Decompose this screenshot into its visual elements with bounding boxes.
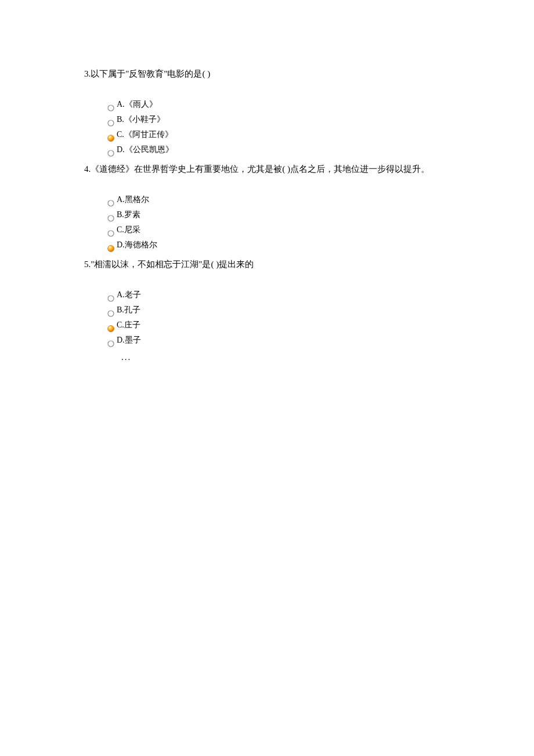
option-label: A.老子 xyxy=(117,287,141,303)
question-number: 5. xyxy=(84,260,91,269)
question-3: 3.以下属于"反智教育"电影的是( ) A.《雨人》 B.《小鞋子》 xyxy=(84,67,499,157)
radio-unselected-icon[interactable] xyxy=(107,307,114,314)
radio-unselected-icon[interactable] xyxy=(107,337,114,344)
options-group: A.老子 B.孔子 C.庄子 xyxy=(84,287,499,348)
radio-unselected-icon[interactable] xyxy=(107,116,114,123)
question-number: 4. xyxy=(84,164,91,174)
option-c[interactable]: C.《阿甘正传》 xyxy=(107,127,499,142)
radio-unselected-icon[interactable] xyxy=(107,226,114,233)
question-5: 5."相濡以沫，不如相忘于江湖"是( )提出来的 A.老子 B.孔子 xyxy=(84,257,499,348)
question-number: 3. xyxy=(84,69,91,78)
option-a[interactable]: A.《雨人》 xyxy=(107,97,499,112)
option-d[interactable]: D.海德格尔 xyxy=(107,237,499,253)
svg-point-5 xyxy=(108,200,114,206)
radio-unselected-icon[interactable] xyxy=(107,101,114,108)
option-label: A.黑格尔 xyxy=(117,192,149,207)
question-stem: "相濡以沫，不如相忘于江湖"是( )提出来的 xyxy=(91,260,254,269)
svg-point-8 xyxy=(108,246,114,252)
option-label: D.《公民凯恩》 xyxy=(117,142,174,157)
radio-unselected-icon[interactable] xyxy=(107,146,114,153)
question-text: 5."相濡以沫，不如相忘于江湖"是( )提出来的 xyxy=(84,257,499,271)
question-text: 4.《道德经》在世界哲学史上有重要地位，尤其是被( )点名之后，其地位进一步得以… xyxy=(84,162,499,176)
option-a[interactable]: A.老子 xyxy=(107,287,499,303)
option-c[interactable]: C.庄子 xyxy=(107,318,499,333)
svg-point-0 xyxy=(108,105,114,111)
question-stem: 以下属于"反智教育"电影的是( ) xyxy=(91,69,210,78)
option-label: C.庄子 xyxy=(117,318,140,333)
svg-point-3 xyxy=(109,136,111,138)
option-a[interactable]: A.黑格尔 xyxy=(107,192,499,207)
option-label: B.《小鞋子》 xyxy=(117,112,165,127)
svg-point-6 xyxy=(108,215,114,221)
svg-point-12 xyxy=(108,326,114,332)
option-label: B.孔子 xyxy=(117,303,140,318)
radio-unselected-icon[interactable] xyxy=(107,211,114,218)
option-label: C.《阿甘正传》 xyxy=(117,127,173,142)
question-stem: 《道德经》在世界哲学史上有重要地位，尤其是被( )点名之后，其地位进一步得以提升… xyxy=(91,164,430,174)
options-group: A.《雨人》 B.《小鞋子》 C.《阿甘正传》 xyxy=(84,97,499,157)
svg-point-11 xyxy=(108,311,114,316)
radio-unselected-icon[interactable] xyxy=(107,196,114,203)
radio-selected-icon[interactable] xyxy=(107,322,114,329)
options-group: A.黑格尔 B.罗素 C.尼采 xyxy=(84,192,499,253)
option-label: D.墨子 xyxy=(117,333,141,348)
option-label: C.尼采 xyxy=(117,222,140,237)
svg-point-9 xyxy=(109,247,111,249)
option-b[interactable]: B.孔子 xyxy=(107,303,499,318)
option-c[interactable]: C.尼采 xyxy=(107,222,499,237)
option-label: B.罗素 xyxy=(117,207,140,222)
option-b[interactable]: B.罗素 xyxy=(107,207,499,222)
option-label: A.《雨人》 xyxy=(117,97,157,112)
question-4: 4.《道德经》在世界哲学史上有重要地位，尤其是被( )点名之后，其地位进一步得以… xyxy=(84,162,499,253)
svg-point-13 xyxy=(109,327,111,329)
question-text: 3.以下属于"反智教育"电影的是( ) xyxy=(84,67,499,81)
svg-point-7 xyxy=(108,231,114,236)
quiz-page: 3.以下属于"反智教育"电影的是( ) A.《雨人》 B.《小鞋子》 xyxy=(0,0,534,362)
option-label: D.海德格尔 xyxy=(117,237,157,253)
svg-point-10 xyxy=(108,296,114,301)
svg-point-1 xyxy=(108,120,114,126)
radio-unselected-icon[interactable] xyxy=(107,291,114,298)
option-d[interactable]: D.《公民凯恩》 xyxy=(107,142,499,157)
option-d[interactable]: D.墨子 xyxy=(107,333,499,348)
ellipsis: ... xyxy=(84,352,499,362)
radio-selected-icon[interactable] xyxy=(107,131,114,138)
option-b[interactable]: B.《小鞋子》 xyxy=(107,112,499,127)
svg-point-14 xyxy=(108,341,114,347)
radio-selected-icon[interactable] xyxy=(107,242,114,249)
svg-point-2 xyxy=(108,135,114,142)
svg-point-4 xyxy=(108,150,114,156)
